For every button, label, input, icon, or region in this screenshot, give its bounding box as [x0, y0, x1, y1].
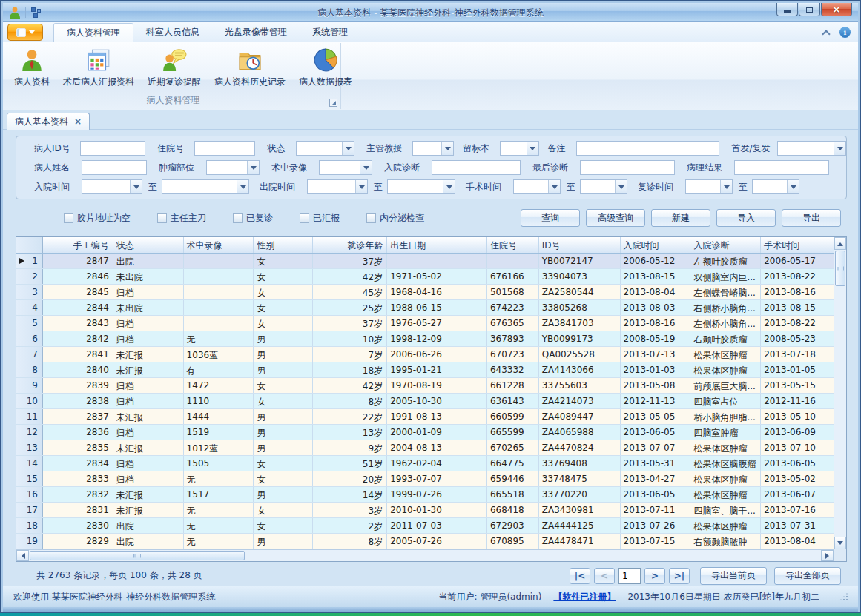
patient-name-input[interactable] — [82, 160, 147, 175]
patient-data-report-button[interactable]: 病人数据报表 — [292, 44, 359, 90]
column-header-birth-date[interactable]: 出生日期 — [387, 237, 487, 253]
dropdown-arrow-icon[interactable] — [355, 180, 367, 193]
scroll-up-button[interactable] — [834, 237, 846, 250]
row-header[interactable]: 14 — [16, 456, 43, 471]
row-header[interactable]: 8 — [16, 362, 43, 377]
vertical-scrollbar[interactable] — [834, 237, 846, 549]
table-row[interactable]: 82840未汇报有男18岁1995-01-21643332ZA414306620… — [16, 362, 834, 378]
dropdown-arrow-icon[interactable] — [443, 180, 455, 193]
dropdown-arrow-icon[interactable] — [787, 180, 799, 193]
dropdown-arrow-icon[interactable] — [548, 180, 560, 193]
first-recur-select[interactable] — [777, 141, 846, 156]
table-row[interactable]: 42844未出院女25岁1988-06-15674223338052682013… — [16, 300, 834, 316]
column-header-admit-time[interactable]: 入院时间 — [621, 237, 691, 253]
ribbon-tab-disc-tape-management[interactable]: 光盘录像带管理 — [212, 22, 300, 42]
row-header[interactable]: 19 — [16, 534, 43, 549]
admit-time-from-select[interactable] — [82, 179, 142, 194]
dropdown-arrow-icon[interactable] — [342, 142, 354, 155]
revisit-time-to-select[interactable] — [752, 179, 799, 194]
table-row[interactable]: 22846未出院女42岁1971-05-02676166339040732013… — [16, 269, 834, 285]
horizontal-scroll-thumb[interactable] — [30, 551, 245, 560]
column-header-id-no[interactable]: ID号 — [539, 237, 621, 253]
dropdown-arrow-icon[interactable] — [527, 142, 538, 155]
row-header[interactable]: 7 — [16, 347, 43, 362]
column-header-gender[interactable]: 性别 — [254, 237, 313, 253]
info-icon[interactable]: i — [839, 27, 851, 38]
row-header[interactable]: 18 — [16, 518, 43, 533]
first-page-button[interactable]: |< — [570, 568, 590, 584]
dropdown-arrow-icon[interactable] — [441, 142, 453, 155]
horizontal-scrollbar[interactable] — [16, 549, 834, 561]
table-row[interactable]: 132835未汇报1012蓝男9岁2004-08-13670265ZA44708… — [16, 440, 834, 456]
patient-id-input[interactable] — [80, 141, 145, 156]
table-row[interactable]: 52843归档女37岁1976-05-27676365ZA38417032013… — [16, 316, 834, 331]
final-diagnosis-input[interactable] — [580, 160, 675, 175]
recent-revisit-reminder-button[interactable]: 近期复诊提醒 — [141, 44, 208, 90]
dropdown-arrow-icon[interactable] — [237, 180, 248, 193]
column-header-status[interactable]: 状态 — [113, 237, 184, 253]
table-row[interactable]: 152833归档无女20岁1993-07-0765944633748475201… — [16, 471, 834, 487]
column-header-admission-no[interactable]: 住院号 — [487, 237, 539, 253]
admission-no-input[interactable] — [194, 141, 255, 156]
row-header[interactable]: 15 — [16, 471, 43, 486]
prev-page-button[interactable]: < — [594, 568, 615, 584]
endocrine-exam-checkbox[interactable]: 内分泌检查 — [366, 212, 424, 225]
tumor-site-select[interactable] — [206, 160, 260, 175]
surgery-time-to-select[interactable] — [580, 179, 627, 194]
row-header[interactable]: 1 — [16, 254, 43, 268]
specimen-select[interactable] — [500, 141, 538, 156]
table-row[interactable]: 162832未汇报1517男14岁1999-07-266655183377022… — [16, 487, 834, 503]
revisit-time-from-select[interactable] — [685, 179, 733, 194]
chief-surgeon-checkbox[interactable]: 主任主刀 — [157, 212, 206, 225]
table-row[interactable]: 62842归档无男10岁1998-12-09367893YB0099173200… — [16, 331, 834, 347]
export-current-page-button[interactable]: 导出当前页 — [700, 567, 767, 585]
surgery-time-from-select[interactable] — [513, 179, 561, 194]
row-header[interactable]: 5 — [16, 316, 43, 331]
scroll-left-button[interactable] — [16, 550, 29, 561]
table-row[interactable]: 72841未汇报1036蓝男7岁2006-06-26670723QA002552… — [16, 347, 834, 362]
professor-select[interactable] — [412, 141, 454, 156]
table-row[interactable]: 192829出院无男8岁2005-07-26670895ZA4478471201… — [16, 534, 834, 549]
export-all-pages-button[interactable]: 导出全部页 — [774, 567, 841, 585]
patient-data-button[interactable]: 病人资料 — [7, 44, 56, 90]
reported-checkbox[interactable]: 已汇报 — [300, 212, 340, 225]
last-page-button[interactable]: >| — [669, 568, 690, 584]
table-row[interactable]: 112837未汇报1444男22岁1991-08-13660599ZA40894… — [16, 409, 834, 425]
column-header-surgery-time[interactable]: 手术时间 — [761, 237, 834, 253]
ribbon-tab-system-management[interactable]: 系统管理 — [300, 22, 360, 42]
intraop-video-select[interactable] — [319, 160, 372, 175]
patient-history-records-button[interactable]: 病人资料历史记录 — [208, 44, 292, 90]
table-row[interactable]: 32845归档女45岁1968-04-16501568ZA25805442013… — [16, 285, 834, 300]
scroll-right-button[interactable] — [821, 550, 834, 561]
pathology-result-input[interactable] — [734, 160, 829, 175]
row-header[interactable]: 12 — [16, 425, 43, 440]
table-row[interactable]: 172831未汇报无女3岁2010-01-30668418ZA343098120… — [16, 503, 834, 518]
row-header[interactable]: 13 — [16, 440, 43, 455]
advanced-query-button[interactable]: 高级查询 — [586, 209, 645, 227]
scroll-down-button[interactable] — [834, 537, 846, 549]
resize-grip-icon[interactable] — [839, 592, 848, 601]
table-row[interactable]: 12847出院女37岁YB00721472006-05-12左额叶胶质瘤2006… — [16, 254, 834, 269]
row-header[interactable]: 11 — [16, 409, 43, 424]
dropdown-arrow-icon[interactable] — [615, 180, 627, 193]
table-row[interactable]: 142834归档1505女51岁1962-02-0466477533769408… — [16, 456, 834, 471]
discharge-time-from-select[interactable] — [307, 179, 368, 194]
new-button[interactable]: 新建 — [651, 209, 710, 227]
revisited-checkbox[interactable]: 已复诊 — [233, 212, 273, 225]
dropdown-arrow-icon[interactable] — [360, 161, 372, 174]
page-number-input[interactable] — [618, 568, 641, 584]
column-header-intraop-video[interactable]: 术中录像 — [184, 237, 254, 253]
ribbon-tab-patient-management[interactable]: 病人资料管理 — [53, 23, 133, 42]
row-header[interactable]: 2 — [16, 269, 43, 284]
table-row[interactable]: 92839归档1472女42岁1970-08-19661228337556032… — [16, 378, 834, 394]
admit-diagnosis-input[interactable] — [432, 160, 521, 175]
query-button[interactable]: 查询 — [521, 209, 580, 227]
ribbon-tab-department-staff[interactable]: 科室人员信息 — [133, 22, 212, 42]
next-page-button[interactable]: > — [644, 568, 665, 584]
table-row[interactable]: 102838归档1110女8岁2005-10-30636143ZA4214073… — [16, 394, 834, 409]
table-row[interactable]: 122836归档1519男13岁2000-01-09665599ZA406598… — [16, 425, 834, 440]
row-header[interactable]: 4 — [16, 300, 43, 315]
dropdown-arrow-icon[interactable] — [834, 142, 845, 155]
minimize-button[interactable] — [776, 3, 798, 16]
maximize-button[interactable] — [799, 3, 820, 16]
